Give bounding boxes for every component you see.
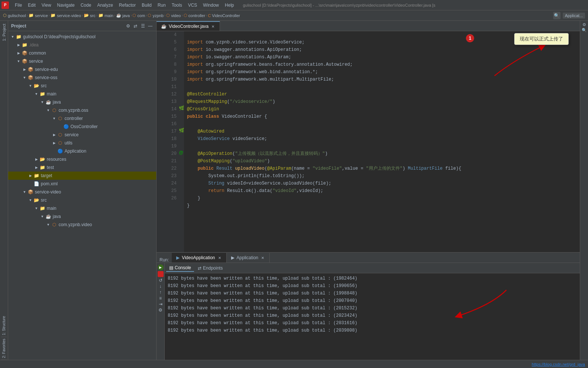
menu-vcs[interactable]: VCS [185, 2, 200, 9]
favorites-panel-label[interactable]: 2: Favorites [1, 337, 7, 360]
breadcrumb-bar: ⬡ gulischool › 📁 service › 📁 service-vid… [0, 10, 588, 21]
breadcrumb-service[interactable]: 📁 service [29, 13, 48, 18]
project-panel-header: Project ⚙ ⇄ ☰ — [8, 21, 156, 31]
tree-item-controller-oss[interactable]: ⬡ controller [8, 114, 156, 123]
menu-code[interactable]: Code [78, 2, 94, 9]
breadcrumb-java[interactable]: ☕ java [116, 13, 130, 18]
service-video-icon: 📦 [27, 189, 33, 195]
tree-item-osscontroller[interactable]: 🔵 OssController [8, 123, 156, 131]
resources-icon: 📂 [39, 156, 45, 162]
project-panel: Project ⚙ ⇄ ☰ — 📁 gulischool D:\IdeaProj… [8, 21, 157, 360]
console-line-6: 8192 bytes have been written at this tim… [168, 312, 577, 319]
console-subtabs: ▤ Console ⇄ Endpoints [165, 263, 580, 273]
right-icon-2[interactable]: 🔍 [582, 28, 587, 33]
rerun-icon[interactable]: ↺ [159, 278, 162, 283]
tree-item-src-video[interactable]: 📂 src [8, 196, 156, 204]
left-strip: 1: Project 1: Structure 2: Favorites [0, 21, 8, 360]
menu-view[interactable]: View [39, 2, 54, 9]
menu-window[interactable]: Window [200, 2, 222, 9]
code-content[interactable]: 456789 101112131415 161718192021 2223242… [157, 31, 580, 252]
panel-expand-icon[interactable]: ⇄ [132, 23, 138, 29]
tree-item-com-oss[interactable]: ⬡ com.yzpnb.oss [8, 106, 156, 114]
tree-item-utils[interactable]: ⬡ utils [8, 139, 156, 147]
breadcrumb-videocontroller[interactable]: C VideoController [208, 13, 240, 18]
code-editor[interactable]: import com.yzpnb.video.service.VideoServ… [184, 31, 580, 252]
menu-tools[interactable]: Tools [169, 2, 185, 9]
tree-item-service-pkg[interactable]: ⬡ service [8, 131, 156, 139]
scroll-up-icon[interactable]: ↑ [160, 290, 162, 295]
app-logo: P [1, 1, 9, 9]
tree-item-service-edu[interactable]: 📦 service-edu [8, 65, 156, 74]
tree-item-com-video[interactable]: ⬡ com.yzpnb.video [8, 221, 156, 229]
breadcrumb-src[interactable]: 📂 src [84, 13, 96, 18]
tree-item-common[interactable]: 📦 common [8, 49, 156, 57]
bottom-main: ▤ Console ⇄ Endpoints 8192 bytes have be… [165, 263, 580, 360]
status-link[interactable]: https://blog.csdn.net/grd_java [532, 362, 585, 367]
tree-item-src-oss[interactable]: 📂 src [8, 82, 156, 90]
idea-folder-icon: 📁 [22, 42, 27, 48]
stop-icon[interactable] [158, 271, 164, 277]
tree-item-service-video[interactable]: 📦 service-video [8, 188, 156, 196]
pom-icon: 📄 [33, 181, 39, 187]
tree-item-application-oss[interactable]: 🔵 Application [8, 147, 156, 155]
bottom-tab-application[interactable]: ▶ Application ✕ [227, 253, 270, 263]
breadcrumb-video[interactable]: ⬡ video [166, 13, 181, 18]
wrap-icon[interactable]: ⇥ [159, 302, 162, 307]
tree-item-gulischool[interactable]: 📁 gulischool D:\IdeaProjects\gulischool [8, 33, 156, 41]
right-icon-1[interactable]: ⚙ [582, 22, 586, 27]
breadcrumb-service-video[interactable]: 📁 service-video [50, 13, 81, 18]
breadcrumb-search-icon[interactable]: 🔍 [553, 12, 561, 19]
breadcrumb-com[interactable]: ⬡ com [132, 13, 145, 18]
bottom-tab-close-1[interactable]: ✕ [217, 255, 222, 260]
tree-item-pom[interactable]: 📄 pom.xml [8, 180, 156, 188]
menu-navigate[interactable]: Navigate [54, 2, 78, 9]
tree-item-resources[interactable]: 📂 resources [8, 155, 156, 163]
menu-build[interactable]: Build [139, 2, 155, 9]
tree-item-service-oss[interactable]: 📦 service-oss [8, 74, 156, 82]
menu-run[interactable]: Run [155, 2, 169, 9]
panel-settings-icon[interactable]: ☰ [140, 23, 146, 29]
tree-item-target[interactable]: 📁 target [8, 172, 156, 180]
breadcrumb-controller[interactable]: ⬡ controller [184, 13, 205, 18]
tree-item-java-video[interactable]: ☕ java [8, 212, 156, 221]
menu-refactor[interactable]: Refactor [116, 2, 139, 9]
editor-area[interactable]: 456789 101112131415 161718192021 2223242… [157, 31, 580, 252]
endpoints-icon: ⇄ [198, 266, 201, 271]
tree-item-service[interactable]: 📦 service [8, 57, 156, 65]
settings-icon[interactable]: ⚙ [158, 307, 162, 313]
bottom-tab-close-2[interactable]: ✕ [260, 255, 265, 260]
java-video-icon: ☕ [45, 214, 51, 219]
breadcrumb-yzpnb[interactable]: ⬡ yzpnb [148, 13, 163, 18]
breadcrumb-main[interactable]: 📁 main [98, 13, 114, 18]
menu-file[interactable]: File [12, 2, 25, 9]
status-bar: https://blog.csdn.net/grd_java [0, 360, 588, 368]
project-panel-label[interactable]: 1: Project [1, 21, 7, 44]
subtab-endpoints[interactable]: ⇄ Endpoints [195, 265, 226, 271]
tree-item-idea[interactable]: 📁 .idea [8, 41, 156, 49]
menu-analyze[interactable]: Analyze [94, 2, 116, 9]
tree-item-main-video[interactable]: 📁 main [8, 204, 156, 212]
panel-close-icon[interactable]: — [147, 23, 153, 29]
tree-item-java-oss[interactable]: ☕ java [8, 98, 156, 106]
tab-close-icon[interactable]: ✕ [211, 24, 215, 29]
editor-tab-videocontroller[interactable]: ☕ VideoController.java ✕ [157, 21, 220, 31]
main-oss-icon: 📁 [39, 91, 45, 97]
run-icon[interactable]: ▶ [158, 264, 164, 270]
console-output[interactable]: 8192 bytes have been written at this tim… [165, 273, 580, 360]
filter-icon[interactable]: ≡ [159, 296, 162, 301]
scroll-down-icon[interactable]: ↓ [160, 284, 162, 289]
panel-cog-icon[interactable]: ⚙ [125, 23, 131, 29]
service-edu-icon: 📦 [27, 66, 33, 72]
app-run-button[interactable]: Applicat... [563, 13, 585, 19]
breadcrumb-gulischool[interactable]: ⬡ gulischool [3, 13, 26, 18]
tree-item-main-oss[interactable]: 📁 main [8, 90, 156, 98]
menu-edit[interactable]: Edit [25, 2, 39, 9]
bottom-tab-video-app[interactable]: ▶ VideoApplication ✕ [172, 253, 226, 263]
structure-panel-label[interactable]: 1: Structure [1, 315, 7, 337]
menu-help[interactable]: Help [222, 2, 237, 9]
tree-item-test[interactable]: 📁 test [8, 163, 156, 172]
application-oss-icon: 🔵 [57, 148, 63, 154]
common-icon: 📦 [22, 50, 27, 56]
bottom-left-strip: ▶ ↺ ↓ ↑ ≡ ⇥ ⚙ [157, 263, 165, 360]
subtab-console[interactable]: ▤ Console [166, 264, 194, 272]
